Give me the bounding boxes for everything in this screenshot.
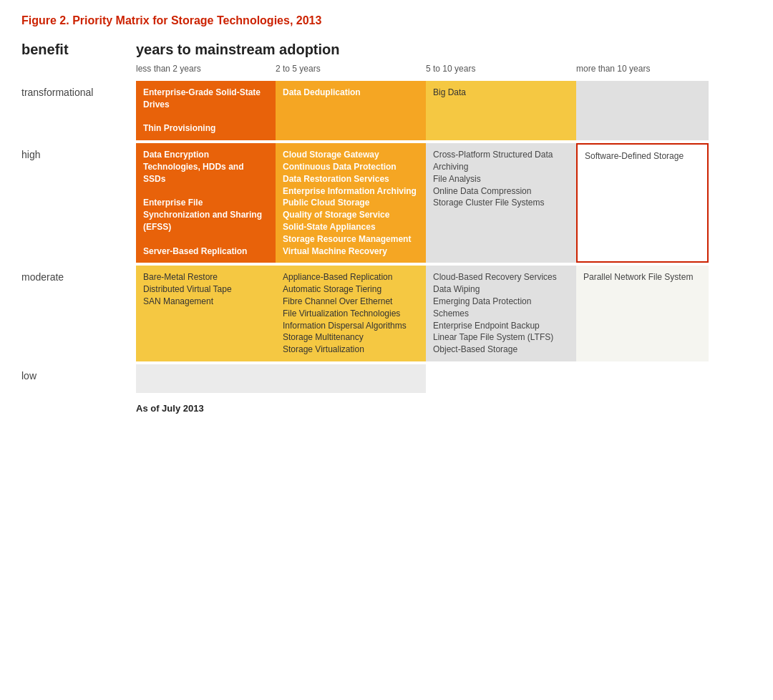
cell-transformational-col1: Data Deduplication [276,81,426,140]
cell-text: Data Deduplication [283,87,361,97]
cell-low-col0 [136,364,276,393]
cell-text: Enterprise Endpoint Backup [433,321,540,331]
cell-moderate-col2: Cloud-Based Recovery ServicesData Wiping… [426,266,576,361]
cell-low-col3 [576,364,709,393]
cell-text: File Virtualization Technologies [283,308,400,319]
matrix-row-moderate: moderateBare-Metal RestoreDistributed Vi… [21,266,752,361]
cell-text: Appliance-Based Replication [283,272,392,282]
cell-text: SAN Management [143,296,213,306]
cell-transformational-col0: Enterprise-Grade Solid-State DrivesThin … [136,81,276,140]
cell-text: Distributed Virtual Tape [143,284,232,294]
col-header-3: 5 to 10 years [426,64,576,74]
cell-text: Storage Cluster File Systems [433,198,544,208]
figure-title: Figure 2. Priority Matrix for Storage Te… [21,14,752,27]
cell-text: Thin Provisioning [143,123,215,133]
cell-high-col2: Cross-Platform Structured Data Archiving… [426,143,576,263]
cell-transformational-col2: Big Data [426,81,576,140]
cell-text: Data Encryption Technologies, HDDs and S… [143,150,243,184]
years-header: years to mainstream adoption [136,42,340,58]
cell-high-col3: Software-Defined Storage [576,143,709,263]
cell-moderate-col3: Parallel Network File System [576,266,709,361]
cell-moderate-col1: Appliance-Based ReplicationAutomatic Sto… [276,266,426,361]
cell-text: Cloud Storage Gateway [283,150,379,160]
col-header-1: less than 2 years [136,64,276,74]
cell-text: Automatic Storage Tiering [283,284,381,294]
cell-text: Online Data Compression [433,186,531,196]
cell-moderate-col0: Bare-Metal RestoreDistributed Virtual Ta… [136,266,276,361]
cell-text: Storage Virtualization [283,344,364,354]
cell-text: Parallel Network File System [583,272,693,282]
cell-text: Virtual Machine Recovery [283,246,387,256]
cell-text: Solid-State Appliances [283,222,376,232]
cell-text: Object-Based Storage [433,344,517,354]
cell-text: Server-Based Replication [143,246,247,256]
col-header-4: more than 10 years [576,64,709,74]
matrix-row-low: low [21,364,752,393]
cell-text: Software-Defined Storage [585,151,684,161]
benefit-label-moderate: moderate [21,266,136,361]
cell-text: Bare-Metal Restore [143,272,218,282]
cell-text: Continuous Data Protection [283,162,397,172]
cell-text: Storage Multitenancy [283,332,364,342]
col-headers: less than 2 years 2 to 5 years 5 to 10 y… [136,64,752,74]
cell-text: Big Data [433,87,466,97]
footnote: As of July 2013 [136,403,752,414]
matrix-body: transformationalEnterprise-Grade Solid-S… [21,81,752,396]
cell-text: Linear Tape File System (LTFS) [433,332,553,342]
cell-text: Storage Resource Management [283,234,411,244]
cell-text: Quality of Storage Service [283,210,389,220]
benefit-label-low: low [21,364,136,393]
header-row: benefit years to mainstream adoption [21,42,752,58]
cell-text: File Analysis [433,174,481,184]
cell-high-col1: Cloud Storage GatewayContinuous Data Pro… [276,143,426,263]
cell-text: Cloud-Based Recovery Services [433,272,557,282]
cell-text: Enterprise-Grade Solid-State Drives [143,87,261,110]
cell-text: Data Wiping [433,284,480,294]
matrix-row-high: highData Encryption Technologies, HDDs a… [21,143,752,263]
cell-text: Enterprise File Synchronization and Shar… [143,198,262,232]
cell-text: Public Cloud Storage [283,198,369,208]
cell-text: Information Dispersal Algorithms [283,321,407,331]
col-header-2: 2 to 5 years [276,64,426,74]
cell-text: Fibre Channel Over Ethernet [283,296,392,306]
matrix-wrapper: Figure 2. Priority Matrix for Storage Te… [21,14,752,414]
cell-text: Cross-Platform Structured Data Archiving [433,150,553,172]
benefit-label-transformational: transformational [21,81,136,140]
cell-text: Data Restoration Services [283,174,389,184]
matrix-row-transformational: transformationalEnterprise-Grade Solid-S… [21,81,752,140]
cell-text: Enterprise Information Archiving [283,186,417,196]
benefit-label-high: high [21,143,136,263]
cell-high-col0: Data Encryption Technologies, HDDs and S… [136,143,276,263]
cell-text: Emerging Data Protection Schemes [433,296,531,319]
cell-transformational-col3 [576,81,709,140]
cell-low-col1 [276,364,426,393]
cell-low-col2 [426,364,576,393]
benefit-header: benefit [21,42,136,58]
